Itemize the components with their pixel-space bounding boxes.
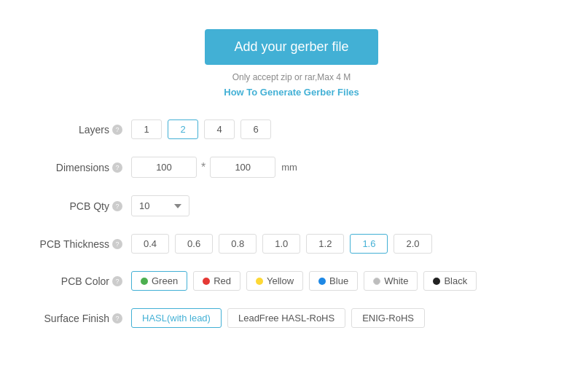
- layers-options: 1 2 4 6: [131, 119, 271, 139]
- dimensions-help-icon[interactable]: ?: [112, 162, 122, 173]
- thickness-0-8[interactable]: 0.8: [219, 234, 257, 254]
- dimension-height-input[interactable]: [210, 157, 275, 178]
- pcb-thickness-help-icon[interactable]: ?: [112, 239, 122, 249]
- green-dot: [141, 278, 148, 285]
- pcb-color-help-icon[interactable]: ?: [112, 276, 122, 286]
- color-white[interactable]: White: [364, 271, 418, 291]
- pcb-thickness-label: PCB Thickness ?: [29, 238, 131, 250]
- surface-hasl-lead[interactable]: HASL(with lead): [131, 308, 222, 328]
- layers-help-icon[interactable]: ?: [112, 125, 122, 135]
- thickness-1-6[interactable]: 1.6: [350, 234, 388, 254]
- dimension-unit: mm: [281, 162, 297, 173]
- color-black[interactable]: Black: [423, 271, 477, 291]
- color-yellow[interactable]: Yellow: [246, 271, 303, 291]
- thickness-0-6[interactable]: 0.6: [175, 234, 213, 254]
- upload-gerber-button[interactable]: Add your gerber file: [205, 29, 377, 65]
- pcb-qty-label: PCB Qty ?: [29, 200, 131, 212]
- pcb-options-form: Layers ? 1 2 4 6 Dimensions ? * mm P: [29, 119, 554, 345]
- how-to-link[interactable]: How To Generate Gerber Files: [224, 87, 359, 98]
- pcb-thickness-options: 0.4 0.6 0.8 1.0 1.2 1.6 2.0: [131, 234, 432, 254]
- thickness-0-4[interactable]: 0.4: [131, 234, 169, 254]
- dimensions-label: Dimensions ?: [29, 162, 131, 173]
- layers-option-2[interactable]: 2: [168, 119, 198, 139]
- layers-row: Layers ? 1 2 4 6: [29, 119, 554, 139]
- blue-dot: [318, 278, 326, 285]
- dimension-width-input[interactable]: [131, 157, 197, 178]
- pcb-qty-row: PCB Qty ? 5 10 15 20 25 30 50 75 100 125…: [29, 195, 554, 216]
- dimension-separator: *: [201, 161, 206, 174]
- color-green[interactable]: Green: [131, 271, 187, 291]
- thickness-1-0[interactable]: 1.0: [262, 234, 300, 254]
- pcb-color-row: PCB Color ? Green Red Yellow Bl: [29, 271, 554, 291]
- surface-enig[interactable]: ENIG-RoHS: [351, 308, 425, 328]
- thickness-2-0[interactable]: 2.0: [394, 234, 431, 254]
- pcb-color-options: Green Red Yellow Blue White: [131, 271, 477, 291]
- layers-option-6[interactable]: 6: [240, 119, 271, 139]
- surface-finish-label: Surface Finish ?: [29, 313, 131, 324]
- pcb-qty-select[interactable]: 5 10 15 20 25 30 50 75 100 125 150 200: [131, 195, 189, 216]
- yellow-dot: [256, 278, 263, 285]
- thickness-1-2[interactable]: 1.2: [306, 234, 344, 254]
- dimensions-row: Dimensions ? * mm: [29, 157, 554, 178]
- surface-finish-help-icon[interactable]: ?: [112, 313, 122, 324]
- color-red[interactable]: Red: [193, 271, 240, 291]
- surface-finish-options: HASL(with lead) LeadFree HASL-RoHS ENIG-…: [131, 308, 425, 328]
- page-wrapper: Add your gerber file Only accept zip or …: [0, 0, 583, 367]
- surface-hasl-leadfree[interactable]: LeadFree HASL-RoHS: [227, 308, 345, 328]
- surface-finish-row: Surface Finish ? HASL(with lead) LeadFre…: [29, 308, 554, 328]
- pcb-qty-help-icon[interactable]: ?: [112, 201, 122, 211]
- red-dot: [203, 278, 210, 285]
- white-dot: [373, 278, 380, 285]
- layers-option-1[interactable]: 1: [131, 119, 162, 139]
- layers-label: Layers ?: [29, 124, 131, 136]
- black-dot: [433, 278, 440, 285]
- pcb-thickness-row: PCB Thickness ? 0.4 0.6 0.8 1.0 1.2 1.6 …: [29, 234, 554, 254]
- color-blue[interactable]: Blue: [309, 271, 358, 291]
- pcb-color-label: PCB Color ?: [29, 275, 131, 287]
- upload-hint: Only accept zip or rar,Max 4 M: [232, 72, 351, 82]
- layers-option-4[interactable]: 4: [204, 119, 235, 139]
